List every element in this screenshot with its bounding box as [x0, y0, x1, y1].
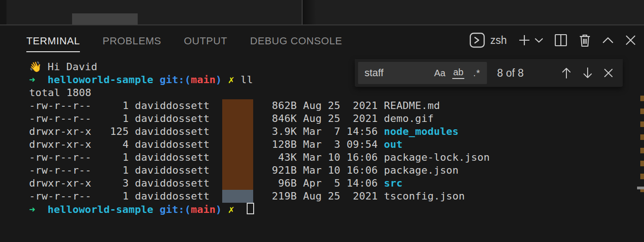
match-case-toggle[interactable]: Aa	[432, 65, 448, 81]
whole-word-toggle[interactable]: ab	[450, 65, 466, 81]
file-perms-owner: -rw-r--r-- 1 daviddossett	[29, 164, 222, 176]
file-perms-owner: -rw-r--r-- 1 daviddossett	[29, 113, 222, 124]
panel-actions: zsh	[469, 32, 637, 48]
prompt-dirty-status: ✗	[222, 74, 240, 85]
search-match-group: staff	[222, 125, 253, 138]
prompt-git-branch: main	[191, 74, 216, 85]
file-size-date: 128B Mar 3 09:54	[253, 139, 384, 150]
find-next-button[interactable]	[582, 67, 593, 79]
find-input[interactable]: staff Aa ab .*	[358, 62, 487, 84]
listing-row: -rw-r--r-- 1 daviddossett staff 43K Mar …	[29, 151, 490, 164]
activity-bar-edge	[0, 0, 6, 25]
prompt-git-open: git:(	[153, 74, 191, 85]
search-match-group: staff	[222, 164, 253, 177]
listing-row: -rw-r--r-- 1 daviddossett staff 921B Mar…	[29, 164, 490, 177]
terminal-instance-badge[interactable]: zsh	[469, 32, 507, 48]
prompt-git-close: )	[216, 74, 222, 85]
shell-name: zsh	[490, 34, 507, 47]
find-query-text[interactable]: staff	[365, 67, 432, 79]
file-size-date: 921B Mar 10 16:06	[253, 164, 384, 176]
search-match-group: staff	[222, 99, 253, 112]
file-name: tsconfig.json	[384, 190, 465, 202]
close-panel-button[interactable]	[625, 34, 637, 46]
panel-tab-bar: TERMINALPROBLEMSOUTPUTDEBUG CONSOLE	[26, 29, 342, 52]
file-perms-owner: -rw-r--r-- 1 daviddossett	[29, 100, 222, 111]
tab-problems[interactable]: PROBLEMS	[103, 29, 161, 52]
prompt-cwd: helloworld-sample	[48, 204, 153, 215]
vscode-window: TERMINALPROBLEMSOUTPUTDEBUG CONSOLE zsh	[0, 0, 644, 242]
search-match-marker	[640, 148, 644, 153]
listing-row: -rw-r--r-- 1 daviddossett staff 862B Aug…	[29, 99, 490, 112]
search-match-group: staff	[222, 190, 253, 203]
prompt-dirty-status: ✗	[222, 204, 240, 215]
file-name: package-lock.json	[384, 151, 490, 163]
prompt-git-branch: main	[191, 204, 216, 215]
kill-terminal-trash-button[interactable]	[578, 33, 591, 48]
tab-debug-console[interactable]: DEBUG CONSOLE	[250, 29, 342, 52]
new-terminal-group	[517, 33, 543, 47]
find-toggles: Aa ab .*	[432, 65, 485, 81]
dir-name: node_modules	[384, 126, 459, 137]
file-perms-owner: drwxr-xr-x 4 daviddossett	[29, 139, 222, 150]
typed-command: ll	[241, 74, 253, 85]
prompt-gap	[241, 204, 247, 215]
file-name: demo.gif	[384, 113, 434, 124]
file-size-date: 846K Aug 25 2021	[253, 113, 384, 124]
search-match-group: staff	[222, 151, 253, 164]
file-size-date: 3.9K Mar 7 14:56	[253, 126, 384, 137]
file-perms-owner: drwxr-xr-x 125 daviddossett	[29, 126, 222, 137]
file-size-date: 96B Apr 5 14:06	[253, 177, 384, 189]
search-match-marker	[640, 161, 644, 166]
listing-row: -rw-r--r-- 1 daviddossett staff 846K Aug…	[29, 112, 490, 125]
tab-terminal[interactable]: TERMINAL	[26, 29, 80, 52]
file-perms-owner: -rw-r--r-- 1 daviddossett	[29, 190, 222, 202]
editor-group-shadow	[303, 0, 316, 24]
search-match-group: staff	[222, 138, 253, 151]
find-navigation	[561, 67, 623, 79]
search-match-group: staff	[222, 177, 253, 190]
search-match-marker	[640, 134, 644, 140]
file-size-date: 219B Aug 25 2021	[253, 190, 384, 202]
editor-tab-partial[interactable]	[72, 13, 138, 25]
listing-row: -rw-r--r-- 1 daviddossett staff 219B Aug…	[29, 190, 490, 203]
find-previous-button[interactable]	[561, 67, 572, 79]
find-close-button[interactable]	[603, 68, 614, 78]
wave-emoji: 👋	[29, 60, 48, 73]
terminal-find-widget: staff Aa ab .* 8 of 8	[355, 59, 623, 87]
prompt-arrow: ➜	[29, 73, 48, 86]
directory-listing: -rw-r--r-- 1 daviddossett staff 862B Aug…	[29, 99, 490, 203]
find-results-count: 8 of 8	[497, 67, 524, 79]
regex-toggle[interactable]: .*	[469, 65, 485, 81]
file-size-date: 43K Mar 10 16:06	[253, 151, 384, 163]
greeting-text: Hi David	[48, 61, 97, 73]
prompt-git-open: git:(	[153, 204, 191, 215]
dir-name: src	[384, 177, 402, 189]
overview-current-position-marker	[637, 187, 644, 189]
prompt-arrow: ➜	[29, 203, 48, 216]
listing-row: drwxr-xr-x 3 daviddossett staff 96B Apr …	[29, 177, 490, 190]
terminal-profile-dropdown-icon[interactable]	[535, 37, 543, 43]
file-perms-owner: -rw-r--r-- 1 daviddossett	[29, 151, 222, 163]
file-name: package.json	[384, 164, 459, 176]
search-match-marker	[640, 109, 644, 114]
prompt-git-close: )	[216, 204, 222, 215]
listing-row: drwxr-xr-x 4 daviddossett staff 128B Mar…	[29, 138, 490, 151]
new-terminal-button[interactable]	[517, 33, 531, 47]
file-name: README.md	[384, 100, 440, 111]
search-match-group: staff	[222, 112, 253, 125]
search-match-marker	[640, 174, 644, 179]
prompt-cwd: helloworld-sample	[48, 74, 153, 85]
terminal-icon	[469, 32, 485, 48]
dir-name: out	[384, 139, 402, 150]
split-terminal-button[interactable]	[554, 33, 568, 47]
search-match-marker	[640, 121, 644, 127]
listing-row: drwxr-xr-x 125 daviddossett staff 3.9K M…	[29, 125, 490, 138]
tab-output[interactable]: OUTPUT	[184, 29, 227, 52]
editor-area	[0, 0, 644, 25]
terminal-prompt-line-current: ➜helloworld-sample git:(main) ✗	[29, 203, 490, 216]
terminal-cursor	[247, 203, 254, 214]
file-perms-owner: drwxr-xr-x 3 daviddossett	[29, 177, 222, 189]
terminal-output-total: total 1808	[29, 86, 490, 99]
maximize-panel-button[interactable]	[602, 36, 614, 44]
panel-header: TERMINALPROBLEMSOUTPUTDEBUG CONSOLE zsh	[0, 25, 644, 55]
